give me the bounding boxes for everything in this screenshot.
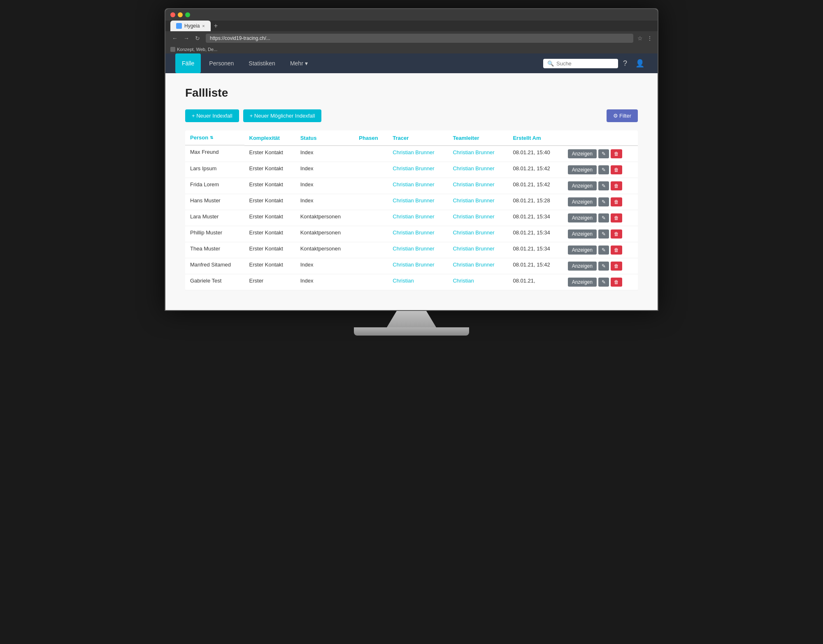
app-container: Fälle Personen Statistiken Mehr ▾ 🔍 ? 👤 — [165, 53, 658, 310]
cell-person: Hans Muster — [185, 194, 244, 210]
col-header-person[interactable]: Person ⇅ — [185, 130, 244, 146]
anzeigen-button[interactable]: Anzeigen — [568, 165, 597, 174]
cell-status: Kontaktpersonen — [295, 226, 354, 242]
delete-button[interactable]: 🗑 — [611, 149, 622, 158]
cell-status: Index — [295, 178, 354, 194]
delete-button[interactable]: 🗑 — [611, 278, 622, 287]
teamleiter-link[interactable]: Christian Brunner — [453, 165, 494, 171]
bookmark-star-icon[interactable]: ☆ — [637, 35, 643, 42]
teamleiter-link[interactable]: Christian Brunner — [453, 149, 494, 155]
minimize-traffic-light[interactable] — [178, 12, 183, 17]
edit-button[interactable]: ✎ — [598, 197, 609, 206]
forward-button[interactable]: → — [182, 34, 191, 42]
delete-button[interactable]: 🗑 — [611, 262, 622, 271]
edit-button[interactable]: ✎ — [598, 229, 609, 239]
address-bar: ← → ↻ ☆ ⋮ — [165, 31, 658, 45]
delete-button[interactable]: 🗑 — [611, 197, 622, 206]
anzeigen-button[interactable]: Anzeigen — [568, 262, 597, 271]
action-bar: + Neuer Indexfall + Neuer Möglicher Inde… — [185, 109, 638, 122]
browser-menu-icon[interactable]: ⋮ — [647, 35, 653, 42]
close-traffic-light[interactable] — [170, 12, 175, 17]
filter-button[interactable]: ⚙ Filter — [607, 109, 638, 122]
cell-erstellt-am: 08.01.21, 15:42 — [508, 258, 563, 274]
tracer-link[interactable]: Christian Brunner — [393, 149, 434, 155]
cell-tracer: Christian Brunner — [388, 242, 448, 258]
delete-button[interactable]: 🗑 — [611, 181, 622, 190]
address-input[interactable] — [206, 34, 633, 43]
help-button[interactable]: ? — [620, 58, 630, 69]
edit-button[interactable]: ✎ — [598, 262, 609, 271]
teamleiter-link[interactable]: Christian Brunner — [453, 246, 494, 252]
browser-tab-hygeia[interactable]: Hygeia × — [170, 21, 211, 31]
delete-button[interactable]: 🗑 — [611, 165, 622, 174]
tracer-link[interactable]: Christian Brunner — [393, 181, 434, 188]
cell-erstellt-am: 08.01.21, 15:34 — [508, 226, 563, 242]
cell-actions: Anzeigen ✎ 🗑 — [563, 194, 638, 210]
tracer-link[interactable]: Christian Brunner — [393, 229, 434, 236]
search-input[interactable] — [556, 60, 614, 67]
delete-button[interactable]: 🗑 — [611, 246, 622, 255]
new-possible-indexfall-button[interactable]: + Neuer Möglicher Indexfall — [243, 109, 322, 122]
nav-faelle[interactable]: Fälle — [175, 53, 201, 73]
teamleiter-link[interactable]: Christian Brunner — [453, 262, 494, 268]
edit-button[interactable]: ✎ — [598, 181, 609, 190]
cell-komplexitaet: Erster Kontakt — [244, 162, 295, 178]
tracer-link[interactable]: Christian Brunner — [393, 262, 434, 268]
cell-tracer: Christian Brunner — [388, 146, 448, 162]
teamleiter-link[interactable]: Christian Brunner — [453, 213, 494, 220]
edit-button[interactable]: ✎ — [598, 213, 609, 222]
teamleiter-link[interactable]: Christian Brunner — [453, 197, 494, 204]
teamleiter-link[interactable]: Christian Brunner — [453, 181, 494, 188]
back-button[interactable]: ← — [170, 34, 179, 42]
table-row: Manfred Sitamed Erster Kontakt Index Chr… — [185, 258, 638, 274]
cell-tracer: Christian Brunner — [388, 210, 448, 226]
edit-button[interactable]: ✎ — [598, 246, 609, 255]
cell-status: Index — [295, 274, 354, 290]
cell-teamleiter: Christian Brunner — [448, 210, 508, 226]
cell-teamleiter: Christian Brunner — [448, 242, 508, 258]
table-row: Lara Muster Erster Kontakt Kontaktperson… — [185, 210, 638, 226]
teamleiter-link[interactable]: Christian Brunner — [453, 229, 494, 236]
tracer-link[interactable]: Christian Brunner — [393, 246, 434, 252]
user-profile-button[interactable]: 👤 — [632, 57, 648, 69]
tracer-link[interactable]: Christian — [393, 278, 414, 284]
tab-bar: Hygeia × + — [165, 21, 658, 31]
anzeigen-button[interactable]: Anzeigen — [568, 197, 597, 206]
cell-erstellt-am: 08.01.21, 15:42 — [508, 162, 563, 178]
anzeigen-button[interactable]: Anzeigen — [568, 278, 597, 287]
refresh-button[interactable]: ↻ — [193, 34, 202, 42]
cell-person: Thea Muster — [185, 242, 244, 258]
teamleiter-link[interactable]: Christian — [453, 278, 474, 284]
cell-erstellt-am: 08.01.21, 15:34 — [508, 242, 563, 258]
nav-mehr[interactable]: Mehr ▾ — [284, 53, 314, 73]
cell-teamleiter: Christian Brunner — [448, 178, 508, 194]
delete-button[interactable]: 🗑 — [611, 213, 622, 222]
nav-personen[interactable]: Personen — [202, 53, 240, 73]
anzeigen-button[interactable]: Anzeigen — [568, 229, 597, 239]
tracer-link[interactable]: Christian Brunner — [393, 165, 434, 171]
maximize-traffic-light[interactable] — [185, 12, 190, 17]
edit-button[interactable]: ✎ — [598, 165, 609, 174]
tracer-link[interactable]: Christian Brunner — [393, 197, 434, 204]
anzeigen-button[interactable]: Anzeigen — [568, 149, 597, 158]
col-header-erstellt-am: Erstellt Am — [508, 130, 563, 146]
anzeigen-button[interactable]: Anzeigen — [568, 181, 597, 190]
nav-statistiken[interactable]: Statistiken — [242, 53, 282, 73]
bookmark-item[interactable]: Konzept, Web, De... — [170, 47, 217, 52]
cell-erstellt-am: 08.01.21, 15:40 — [508, 146, 563, 162]
edit-button[interactable]: ✎ — [598, 278, 609, 287]
bookmark-label: Konzept, Web, De... — [177, 47, 217, 52]
cell-tracer: Christian Brunner — [388, 178, 448, 194]
anzeigen-button[interactable]: Anzeigen — [568, 213, 597, 222]
tab-close-button[interactable]: × — [202, 23, 205, 28]
cell-status: Kontaktpersonen — [295, 242, 354, 258]
tracer-link[interactable]: Christian Brunner — [393, 213, 434, 220]
cell-erstellt-am: 08.01.21, 15:42 — [508, 178, 563, 194]
edit-button[interactable]: ✎ — [598, 149, 609, 158]
new-indexfall-button[interactable]: + Neuer Indexfall — [185, 109, 239, 122]
delete-button[interactable]: 🗑 — [611, 229, 622, 239]
anzeigen-button[interactable]: Anzeigen — [568, 246, 597, 255]
new-tab-button[interactable]: + — [214, 22, 218, 30]
search-box: 🔍 — [543, 59, 618, 68]
address-bar-icons: ☆ ⋮ — [637, 35, 653, 42]
